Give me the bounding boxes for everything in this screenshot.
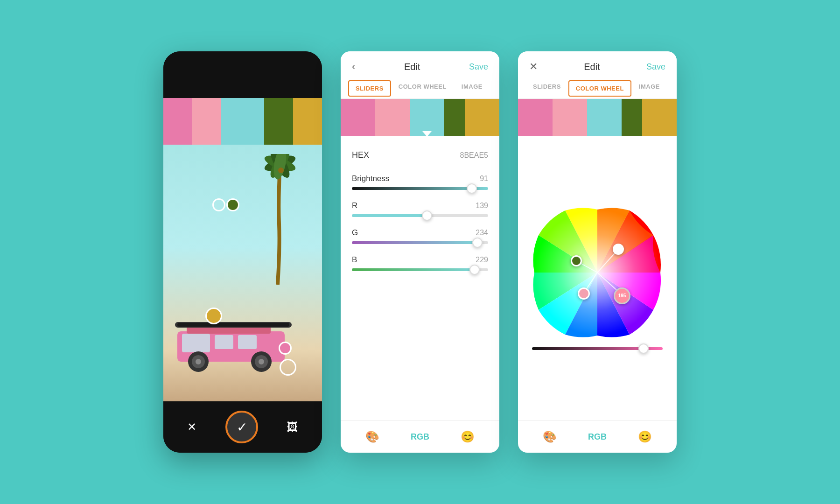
brightness-slider-row: Brightness 91 [352, 174, 488, 190]
color-indicator-2[interactable] [226, 198, 239, 211]
tab-sliders[interactable]: SLIDERS [348, 80, 391, 97]
svg-rect-12 [177, 323, 289, 327]
wheel-dot-pink[interactable] [578, 287, 590, 300]
wheel-panel-tabs: SLIDERS COLOR WHEEL IMAGE [518, 78, 677, 99]
b-track[interactable] [352, 268, 488, 271]
wheel-close-button[interactable]: ✕ [529, 61, 538, 73]
phone-swatch-4[interactable] [264, 98, 293, 145]
r-label: R [352, 201, 357, 210]
sliders-back-button[interactable]: ‹ [352, 61, 355, 73]
swatch-teal[interactable] [410, 99, 444, 136]
phone-swatch-3[interactable] [221, 98, 250, 145]
phone-color-swatches [163, 98, 322, 145]
phone-swatch-5[interactable] [293, 98, 322, 145]
swatch-pink[interactable] [341, 99, 375, 136]
brightness-track-wheel[interactable] [532, 347, 663, 350]
tab-image-wheel[interactable]: IMAGE [631, 78, 667, 98]
hex-row: HEX 8BEAE5 [352, 150, 488, 160]
sliders-color-swatches [341, 99, 499, 136]
phone-swatch-3b[interactable] [250, 98, 264, 145]
brightness-thumb-wheel[interactable] [638, 343, 649, 354]
svg-point-5 [278, 168, 284, 173]
brightness-slider-row-wheel [527, 347, 667, 350]
wheel-footer-left-icon[interactable]: 🎨 [543, 430, 557, 443]
sliders-rgb-button[interactable]: RGB [411, 432, 429, 442]
wheel-swatch-green[interactable] [622, 99, 642, 136]
b-label: B [352, 255, 357, 265]
wheel-footer-right-icon[interactable]: 😊 [638, 430, 652, 443]
sliders-edit-panel: ‹ Edit Save SLIDERS COLOR WHEEL IMAGE HE… [341, 51, 499, 453]
color-indicator-4[interactable] [279, 342, 292, 355]
sliders-panel-footer: 🎨 RGB 😊 [341, 420, 499, 453]
wheel-swatch-pink[interactable] [518, 99, 553, 136]
g-thumb[interactable] [472, 238, 483, 248]
phone-close-button[interactable]: ✕ [187, 420, 196, 434]
wheel-rgb-label[interactable]: RGB [588, 432, 607, 442]
tab-color-wheel[interactable]: COLOR WHEEL [391, 78, 454, 98]
sliders-content-area: HEX 8BEAE5 Brightness 91 R 139 [341, 136, 499, 420]
sliders-panel-title: Edit [404, 62, 420, 72]
color-indicator-3[interactable] [205, 308, 222, 324]
svg-point-18 [259, 359, 264, 364]
r-header: R 139 [352, 201, 488, 210]
color-indicator-1[interactable] [212, 198, 225, 211]
wheel-edit-panel: ✕ Edit Save SLIDERS COLOR WHEEL IMAGE [518, 51, 677, 453]
capture-button[interactable]: ✓ [225, 411, 258, 443]
g-label: G [352, 228, 358, 238]
phone-top-bar [163, 51, 322, 98]
brightness-label: Brightness [352, 174, 389, 183]
wheel-swatch-teal[interactable] [587, 99, 622, 136]
swatch-orange[interactable] [465, 99, 499, 136]
swatch-teal-wrapper [410, 99, 444, 136]
swatch-light-pink[interactable] [375, 99, 410, 136]
brightness-thumb[interactable] [467, 183, 477, 194]
phone-swatch-1[interactable] [163, 98, 192, 145]
r-value: 139 [476, 202, 488, 210]
g-track[interactable] [352, 241, 488, 244]
svg-rect-7 [182, 334, 210, 352]
swatch-selected-indicator [422, 131, 432, 137]
wheel-swatch-light-pink[interactable] [553, 99, 587, 136]
sliders-footer-right-icon[interactable]: 😊 [461, 430, 475, 443]
wheel-panel-title: Edit [584, 62, 600, 72]
tab-sliders-wheel[interactable]: SLIDERS [525, 78, 568, 98]
wheel-color-swatches [518, 99, 677, 136]
sliders-save-button[interactable]: Save [469, 62, 488, 72]
r-thumb[interactable] [422, 210, 432, 221]
wheel-panel-header: ✕ Edit Save [518, 51, 677, 78]
color-indicator-5[interactable] [280, 359, 296, 376]
wheel-panel-footer: 🎨 RGB 😊 [518, 420, 677, 453]
g-header: G 234 [352, 228, 488, 238]
b-thumb[interactable] [469, 265, 480, 275]
tab-color-wheel-active[interactable]: COLOR WHEEL [568, 80, 631, 97]
g-value: 234 [476, 229, 488, 237]
wheel-dot-white1[interactable] [613, 244, 624, 255]
color-wheel-container[interactable]: 195 [532, 207, 663, 338]
svg-rect-8 [215, 335, 233, 349]
swatch-green[interactable] [444, 99, 465, 136]
wheel-swatch-orange[interactable] [642, 99, 677, 136]
color-wheel-svg [532, 207, 663, 338]
wheel-content-area: 195 [518, 136, 677, 420]
palm-tree-illustration [261, 154, 299, 285]
tab-image[interactable]: IMAGE [454, 78, 490, 98]
wheel-save-button[interactable]: Save [646, 62, 665, 72]
svg-point-15 [196, 359, 201, 364]
b-slider-row: B 229 [352, 255, 488, 271]
wheel-dot-green[interactable] [571, 255, 582, 266]
phone-image-area [163, 145, 322, 401]
r-track[interactable] [352, 214, 488, 217]
gallery-button[interactable]: 🖼 [287, 420, 298, 434]
svg-rect-9 [238, 335, 257, 349]
sliders-footer-left-icon[interactable]: 🎨 [365, 430, 379, 443]
check-icon: ✓ [237, 420, 247, 435]
b-value: 229 [476, 256, 488, 264]
hex-value: 8BEAE5 [460, 151, 488, 160]
brightness-track[interactable] [352, 187, 488, 190]
phone-swatch-2[interactable] [192, 98, 221, 145]
b-header: B 229 [352, 255, 488, 265]
phone-beach-background [163, 145, 322, 401]
wheel-dot-selected[interactable]: 195 [614, 287, 630, 304]
sliders-panel-tabs: SLIDERS COLOR WHEEL IMAGE [341, 78, 499, 99]
g-slider-row: G 234 [352, 228, 488, 244]
